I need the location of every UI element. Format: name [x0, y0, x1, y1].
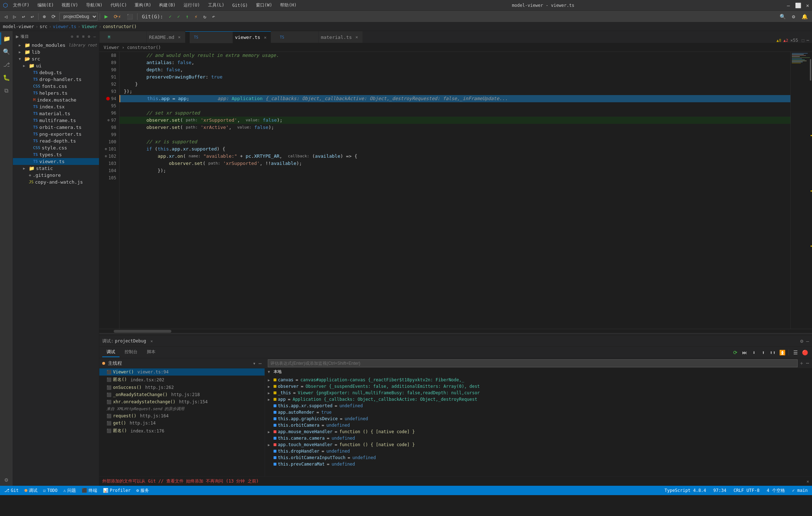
breadcrumb-part-1[interactable]: src: [40, 24, 48, 29]
debug-tab-console[interactable]: 控制台: [120, 347, 142, 357]
toolbar-redo[interactable]: ↩: [28, 13, 36, 20]
tab-split-icon[interactable]: ⬚: [802, 38, 804, 43]
activity-settings[interactable]: ⚙: [0, 474, 13, 486]
tree-debug-ts[interactable]: ▶ TS debug.ts: [13, 69, 99, 76]
var-camera[interactable]: ▶ this.camera.camera = undefined: [265, 435, 812, 441]
activity-debug[interactable]: 🐛: [0, 71, 13, 84]
debug-step-out-btn[interactable]: ⬆: [759, 348, 768, 357]
tree-style-css[interactable]: ▶ CSS style.css: [13, 144, 99, 151]
status-profiler[interactable]: 📊 Profiler: [102, 488, 132, 493]
stack-frame-1[interactable]: ⬛ 匿名() index.tsx:202: [99, 376, 265, 384]
menu-git[interactable]: Git(G): [229, 2, 251, 9]
window-close[interactable]: ✕: [806, 3, 809, 8]
window-maximize[interactable]: ⬜: [795, 3, 801, 8]
toolbar-back[interactable]: ◁: [2, 13, 9, 20]
horizontal-scrollbar[interactable]: [99, 329, 812, 333]
menu-nav[interactable]: 导航(N): [83, 1, 105, 9]
tree-material-ts[interactable]: ▶ TS material.ts: [13, 110, 99, 117]
debug-step-into-btn[interactable]: ⬇: [750, 348, 758, 357]
tree-gitignore[interactable]: ▶ ◈ .gitignore: [13, 172, 99, 179]
stack-frame-8[interactable]: ⬛ 匿名() index.tsx:176: [99, 427, 265, 435]
tree-fonts-css[interactable]: ▶ CSS fonts.css: [13, 83, 99, 90]
breadcrumb-part-3[interactable]: Viewer: [82, 24, 97, 29]
tree-read-depth[interactable]: ▶ TS read-depth.ts: [13, 138, 99, 144]
settings-icon[interactable]: ⚙: [790, 13, 797, 20]
status-indent[interactable]: 4 个空格: [765, 488, 786, 494]
vars-add-icon[interactable]: ＋: [799, 360, 804, 367]
var-drophandler[interactable]: ▶ this.dropHandler = undefined: [265, 448, 812, 454]
tab-close-material[interactable]: ✕: [355, 35, 358, 40]
stack-frame-2[interactable]: ⬛ onSuccess() http.js:262: [99, 384, 265, 391]
tree-drop-handler[interactable]: ▶ TS drop-handler.ts: [13, 76, 99, 83]
breadcrumb-part-0[interactable]: model-viewer: [3, 24, 34, 29]
code-editor[interactable]: 88 89 90 91 92 93 94 95 96 ⊕97 98 99 100…: [99, 52, 812, 329]
var-this[interactable]: ▶ _this = Viewer {pngExporter: null,mult…: [265, 390, 812, 396]
git-check2[interactable]: ✓: [175, 13, 182, 20]
editor-path-viewer[interactable]: Viewer › constructor(): [104, 45, 161, 50]
status-debug[interactable]: 调试: [23, 488, 39, 494]
debug-config-select[interactable]: projectDebug: [59, 13, 98, 21]
status-filetype[interactable]: TypeScript 4.8.4: [663, 488, 708, 493]
debug-step-over-btn[interactable]: ⏭: [740, 348, 749, 357]
tree-src[interactable]: ▼ 📂 src: [13, 55, 99, 62]
debug-session-close[interactable]: ✕: [150, 339, 153, 344]
var-orbitcamera[interactable]: ▶ this.orbitCamera = undefined: [265, 422, 812, 428]
expand-icon[interactable]: ▶: [268, 385, 272, 389]
menu-window[interactable]: 窗口(W): [253, 1, 275, 9]
tree-ui[interactable]: ▶ 📁 ui: [13, 62, 99, 69]
debug-settings-icon[interactable]: ⚙: [800, 338, 803, 344]
callstack-filter-icon[interactable]: ▾: [253, 360, 256, 366]
tab-readme[interactable]: M README.md ✕: [99, 31, 185, 43]
tree-orbit-camera[interactable]: ▶ TS orbit-camera.ts: [13, 124, 99, 131]
tree-node-modules[interactable]: ▶ 📁 node_modules library root: [13, 42, 99, 49]
toolbar-forward[interactable]: ▷: [11, 13, 18, 20]
window-minimize[interactable]: —: [787, 3, 790, 8]
menu-help[interactable]: 帮助(H): [277, 1, 299, 9]
tab-close-readme[interactable]: ✕: [178, 35, 180, 40]
status-git[interactable]: ⎇ Git: [3, 488, 20, 493]
menu-tools[interactable]: 工具(L): [205, 1, 227, 9]
toolbar-step-over[interactable]: ⬛: [125, 13, 135, 20]
status-branch[interactable]: ✓ main: [791, 488, 809, 493]
debug-run-to-btn[interactable]: ⬆⬆: [768, 348, 777, 357]
tab-more-icon[interactable]: ⋯: [807, 38, 809, 43]
git-sync[interactable]: ↻: [201, 13, 208, 20]
stack-frame-7[interactable]: ⬛ get() http.js:14: [99, 419, 265, 427]
var-prev-camera[interactable]: ▶ this.prevCameraMat = undefined: [265, 461, 812, 467]
var-app[interactable]: ▶ app = Application {_callbacks: Object,…: [265, 396, 812, 403]
debug-evaluate-btn[interactable]: ⏫: [778, 348, 786, 357]
debug-format-btn[interactable]: ☰: [791, 348, 800, 357]
menu-file[interactable]: 文件(F): [10, 1, 32, 9]
sidebar-icon-settings[interactable]: ⚙: [88, 34, 91, 39]
toolbar-run-icon[interactable]: ⟳: [49, 13, 58, 20]
debug-continue-btn[interactable]: ⟳: [731, 348, 740, 357]
search-icon[interactable]: 🔍: [777, 13, 788, 20]
expand-icon[interactable]: ▶: [268, 378, 272, 382]
tree-lib[interactable]: ▶ 📁 lib: [13, 49, 99, 55]
status-todo[interactable]: ☑ TODO: [42, 488, 59, 493]
info-close-btn[interactable]: ✕: [807, 479, 809, 484]
notification-icon[interactable]: 🔔: [799, 13, 810, 20]
tree-png-exporter[interactable]: ▶ TS png-exporter.ts: [13, 131, 99, 138]
activity-git[interactable]: ⎇: [0, 58, 13, 71]
menu-edit[interactable]: 编辑(E): [35, 1, 57, 9]
expand-icon[interactable]: ▶: [268, 398, 272, 401]
git-check1[interactable]: ✓: [167, 13, 173, 20]
var-observer[interactable]: ▶ observer = Observer {_suspendEvents: f…: [265, 383, 812, 390]
play-button[interactable]: ▶: [102, 12, 110, 21]
status-problems[interactable]: ⚠ 问题: [62, 488, 77, 494]
git-fetch[interactable]: ⚡: [192, 13, 199, 20]
watch-expression-input[interactable]: [268, 359, 798, 367]
menu-view[interactable]: 视图(V): [59, 1, 81, 9]
sidebar-icon-refresh[interactable]: ≡: [82, 34, 85, 39]
menu-refactor[interactable]: 重构(R): [132, 1, 154, 9]
activity-search[interactable]: 🔍: [0, 45, 13, 58]
tree-copy-watch[interactable]: ▶ JS copy-and-watch.js: [13, 179, 99, 185]
debug-restart[interactable]: ⟳⚡: [112, 13, 123, 20]
menu-build[interactable]: 构建(B): [156, 1, 179, 9]
tree-index-mustache[interactable]: ▶ M index.mustache: [13, 97, 99, 103]
stack-frame-6[interactable]: ⬛ request() http.js:164: [99, 412, 265, 419]
stack-frame-0[interactable]: ⬛ Viewer() viewer.ts:94: [99, 368, 265, 376]
activity-explorer[interactable]: 📁: [0, 32, 13, 45]
expand-icon[interactable]: ▶: [268, 430, 272, 434]
